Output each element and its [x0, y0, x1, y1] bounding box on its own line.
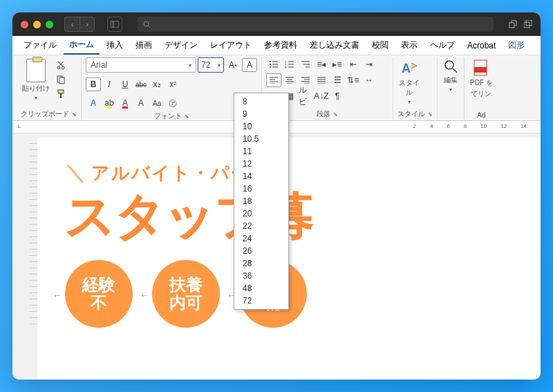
- svg-rect-0: [111, 21, 119, 28]
- editing-button[interactable]: 編集 ▾: [442, 57, 460, 94]
- text-effects-button[interactable]: A: [86, 96, 101, 110]
- search-input[interactable]: [138, 17, 494, 32]
- italic-button[interactable]: I: [102, 77, 117, 91]
- menu-view[interactable]: 表示: [395, 37, 423, 54]
- size-option[interactable]: 48: [234, 282, 288, 295]
- cut-button[interactable]: [54, 59, 68, 71]
- badge: ←経験不: [65, 260, 133, 328]
- size-option[interactable]: 36: [234, 270, 288, 282]
- char-border-button[interactable]: A: [242, 58, 257, 72]
- grow-font-button[interactable]: A▴: [225, 58, 241, 72]
- inc-indent2-button[interactable]: ⇥: [362, 57, 377, 71]
- size-option[interactable]: 28: [234, 257, 288, 270]
- superscript-button[interactable]: x²: [165, 77, 180, 91]
- menubar: ファイル ホーム 挿入 描画 デザイン レイアウト 参考資料 差し込み文書 校閲…: [12, 36, 541, 55]
- size-option[interactable]: 20: [234, 207, 288, 220]
- menu-references[interactable]: 参考資料: [259, 37, 303, 54]
- back-button[interactable]: ‹: [64, 17, 79, 32]
- align-left-button[interactable]: [266, 73, 281, 87]
- launcher-icon[interactable]: ⬊: [185, 113, 189, 120]
- underline-button[interactable]: U: [118, 77, 133, 91]
- group-styles: A スタイ ル ▾ スタイル⬊: [393, 57, 438, 120]
- size-option[interactable]: 9: [234, 108, 288, 120]
- size-option[interactable]: 18: [234, 195, 288, 207]
- numbering-button[interactable]: 123: [282, 57, 297, 71]
- svg-rect-4: [509, 23, 514, 28]
- styles-button[interactable]: A スタイ ル ▾: [397, 57, 421, 106]
- svg-rect-10: [59, 77, 64, 84]
- strike-button[interactable]: abc: [133, 77, 149, 91]
- svg-line-3: [148, 26, 150, 28]
- highlight-button[interactable]: ab: [102, 96, 117, 110]
- menu-draw[interactable]: 描画: [130, 37, 158, 54]
- char-shading-button[interactable]: A: [133, 96, 149, 110]
- zoom-icon[interactable]: [46, 21, 53, 28]
- menu-review[interactable]: 校閲: [366, 37, 394, 54]
- svg-point-2: [144, 21, 149, 26]
- paste-button[interactable]: 貼り付け ▾: [21, 57, 51, 102]
- close-icon[interactable]: [21, 21, 28, 28]
- decrease-indent-button[interactable]: ≡◂: [314, 57, 329, 71]
- vertical-ruler[interactable]: [12, 133, 37, 380]
- launcher-icon[interactable]: ⬊: [333, 111, 338, 118]
- char-spacing-button[interactable]: ↔: [362, 73, 377, 87]
- document-page[interactable]: ＼アルバイト・パート スタッフ募 ←経験不 ←扶養内可 ←資補: [37, 138, 541, 380]
- menu-home[interactable]: ホーム: [64, 36, 100, 55]
- line-spacing-button[interactable]: ⇅≡: [346, 73, 361, 87]
- menu-acrobat[interactable]: Acrobat: [462, 38, 501, 53]
- bold-button[interactable]: B: [86, 77, 101, 91]
- styles-icon: A: [400, 59, 418, 77]
- size-option[interactable]: 24: [234, 232, 288, 245]
- justify-button[interactable]: [314, 73, 329, 87]
- tabs-icon[interactable]: [524, 20, 532, 28]
- size-option[interactable]: 10.5: [234, 133, 288, 145]
- pdf-button[interactable]: PDF を てリン: [469, 57, 494, 100]
- menu-shapes[interactable]: 図形: [503, 37, 530, 54]
- show-marks-button[interactable]: ¶: [330, 89, 345, 103]
- dec-indent2-button[interactable]: ⇤: [346, 57, 361, 71]
- font-name-select[interactable]: Arial▾: [86, 57, 196, 73]
- size-option[interactable]: 72: [234, 295, 288, 307]
- ruby-button[interactable]: ルビ: [298, 89, 313, 103]
- share-icon[interactable]: [509, 20, 517, 28]
- font-size-select[interactable]: 72▾: [198, 57, 224, 73]
- menu-design[interactable]: デザイン: [159, 37, 203, 54]
- size-option[interactable]: 22: [234, 220, 288, 232]
- increase-indent-button[interactable]: ▸≡: [330, 57, 345, 71]
- menu-layout[interactable]: レイアウト: [205, 37, 257, 54]
- menu-help[interactable]: ヘルプ: [424, 37, 460, 54]
- group-editing: 編集 ▾: [438, 57, 465, 120]
- enclose-char-button[interactable]: ㋐: [165, 96, 180, 110]
- subscript-button[interactable]: x₂: [149, 77, 165, 91]
- clipboard-icon: [26, 59, 46, 82]
- launcher-icon[interactable]: ⬊: [72, 111, 77, 118]
- launcher-icon[interactable]: ⬊: [428, 111, 433, 118]
- svg-point-15: [270, 64, 271, 65]
- ruler-tab-stop[interactable]: L: [18, 123, 21, 129]
- menu-mailings[interactable]: 差し込み文書: [304, 37, 365, 54]
- forward-button[interactable]: ›: [79, 17, 95, 32]
- size-option[interactable]: 8: [234, 95, 288, 108]
- bullets-button[interactable]: [266, 57, 281, 71]
- sort-button[interactable]: A↓Z: [314, 89, 329, 103]
- svg-point-17: [270, 66, 271, 68]
- minimize-icon[interactable]: [33, 21, 41, 28]
- multilevel-button[interactable]: [298, 57, 313, 71]
- size-option[interactable]: 12: [234, 158, 288, 170]
- size-option[interactable]: 26: [234, 245, 288, 257]
- styles-label: スタイル: [397, 109, 425, 119]
- menu-file[interactable]: ファイル: [18, 37, 62, 54]
- size-option[interactable]: 14: [234, 170, 288, 183]
- sidebar-toggle-icon[interactable]: [107, 17, 122, 32]
- size-option[interactable]: 11: [234, 145, 288, 158]
- align-center-button[interactable]: [282, 73, 297, 87]
- menu-insert[interactable]: 挿入: [101, 37, 129, 54]
- change-case-button[interactable]: Aa: [149, 96, 165, 110]
- font-color-button[interactable]: A: [118, 96, 133, 110]
- distribute-button[interactable]: ☰: [330, 73, 345, 87]
- size-option[interactable]: 10: [234, 120, 288, 133]
- svg-rect-5: [524, 22, 529, 28]
- size-option[interactable]: 16: [234, 183, 288, 195]
- copy-button[interactable]: [54, 73, 68, 86]
- format-painter-button[interactable]: [54, 88, 68, 100]
